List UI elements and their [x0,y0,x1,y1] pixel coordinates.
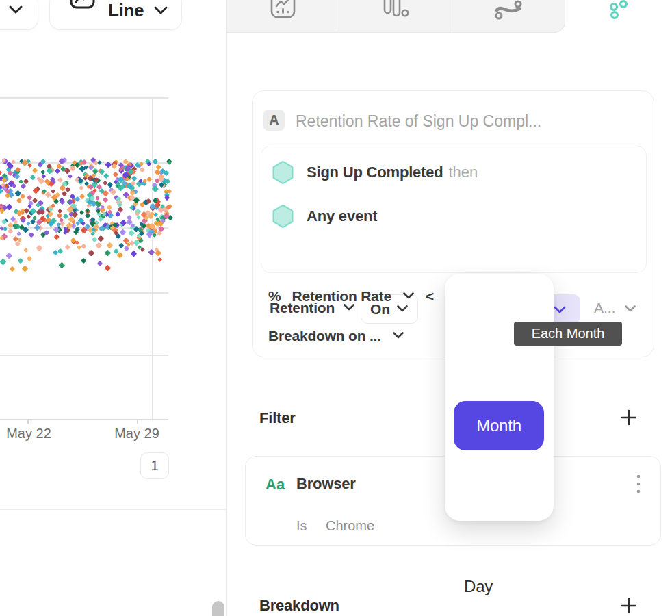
scatter-point [153,159,159,165]
breakdown-on-dropdown[interactable]: Breakdown on ... [268,328,404,344]
scatter-point [81,257,87,264]
scatter-point [75,196,81,203]
bars-icon [378,0,413,23]
scatter-point [40,170,46,175]
scatter-point [51,189,55,194]
scatter-point [92,237,98,243]
scatter-point [0,259,6,266]
filter-heading: Filter [259,409,296,427]
series-badge: A [263,110,285,131]
kebab-icon [636,473,641,500]
scatter-point [0,170,2,175]
scatter-point [22,265,29,272]
event-row[interactable]: Any event [272,204,377,229]
event-name: Any event [307,207,377,225]
report-type-tabbar [227,0,565,33]
scatter-point [27,163,32,168]
scatter-point [59,262,65,268]
chart-type-label: Line [108,0,144,21]
scatter-point [157,257,163,263]
measure-label: Retention Rate [292,288,391,305]
tab-flow[interactable] [452,0,565,32]
scatter-point [105,162,111,168]
scatter-point [54,234,60,240]
scatter-point [146,162,152,167]
scatter-point [14,174,21,180]
report-title-input[interactable]: Retention Rate of Sign Up Compl... [296,112,541,131]
scatter-point [79,210,83,215]
scatter-point [88,250,94,256]
pane-divider [0,509,226,510]
scatter-point [107,242,114,248]
scatter-point [16,198,23,204]
scatter-point [128,229,134,235]
scatter-point [23,248,29,253]
add-filter-button[interactable] [619,409,638,428]
menu-item-month-selected[interactable]: Month [454,401,544,450]
scatter-point [105,249,112,256]
scatter-point [140,167,145,172]
scatter-point [62,214,68,219]
chart-type-dropdown-button[interactable]: Line [49,0,182,30]
chevron-down-icon [553,300,567,318]
scatter-points [0,0,226,520]
scatter-point [57,208,62,213]
filter-property-label: Browser [296,475,356,493]
filter-menu-button[interactable] [626,472,651,502]
filter-value-label[interactable]: Chrome [326,518,374,534]
measure-suffix: < [426,288,434,305]
measure-dropdown[interactable]: % Retention Rate < [268,288,434,305]
add-breakdown-button[interactable] [619,598,638,616]
string-type-icon: Aa [266,476,285,493]
chevron-down-icon [153,5,168,18]
filter-operator-label[interactable]: Is [296,518,307,534]
line-chart-icon [70,0,96,21]
event-suffix: then [449,164,478,181]
pagination-page-button[interactable]: 1 [140,452,169,479]
scatter-point [95,242,102,249]
scatter-point [107,182,112,188]
hexagon-icon [272,204,294,229]
scatter-point [5,253,12,259]
scatter-point [156,164,161,169]
menu-item-day[interactable]: Day [464,577,493,596]
tab-bars[interactable] [339,0,452,32]
percent-icon: % [268,288,281,305]
scatter-point [8,228,14,234]
flow-icon [492,0,525,23]
scatter-point [107,204,112,209]
retention-scatter-chart: May 22 May 29 [0,0,226,520]
scatter-point [30,174,36,179]
tab-dots-active[interactable] [606,0,630,25]
scatter-point [146,176,153,182]
options-dropdown-button[interactable] [0,0,38,30]
truncated-label: A... [594,300,616,316]
scatter-point [79,185,84,191]
scatter-point [16,231,22,237]
scatter-point [131,250,138,257]
scatter-point [57,177,63,183]
scatter-point [98,235,104,241]
scatter-point [103,172,109,179]
event-row[interactable]: Sign Up Completedthen [272,160,478,185]
tab-chart[interactable] [227,0,339,32]
breakdown-on-label: Breakdown on ... [268,328,381,344]
scatter-point [32,168,38,173]
scatter-point [36,244,43,251]
chevron-down-icon [402,290,415,303]
scatter-point [27,255,33,261]
scatter-point [117,251,123,257]
scatter-point [117,202,122,207]
scatter-point [17,257,23,264]
scatter-point [110,188,116,194]
scrollbar-thumb[interactable] [212,601,224,616]
scatter-point [97,160,102,165]
scatter-point [65,244,70,250]
scatter-point [28,231,34,237]
scatter-point [79,194,86,200]
chevron-down-icon [8,5,23,17]
scatter-point [95,196,100,201]
breakdown-heading: Breakdown [259,597,339,615]
truncated-dropdown[interactable]: A... [594,300,636,316]
plus-icon [620,409,638,429]
